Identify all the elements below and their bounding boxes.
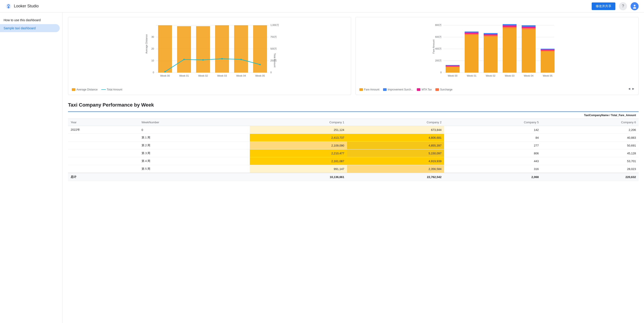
legend-label-surcharge: Surcharge — [440, 88, 452, 91]
cell-c1-5: 991,147 — [250, 165, 347, 173]
svg-text:800万: 800万 — [435, 24, 442, 26]
table-col-week: WeekNumber — [139, 119, 250, 126]
svg-text:Week 04: Week 04 — [236, 74, 246, 77]
cell-c6-2: 50,691 — [541, 142, 639, 149]
legend-mta-tax: MTA Tax — [417, 88, 432, 91]
right-bar-w0-orange — [446, 67, 460, 73]
svg-text:0: 0 — [440, 71, 442, 74]
topnav: Looker Studio 修改并共享 ? — [0, 0, 644, 12]
right-bar-w5-orange — [541, 51, 554, 73]
table-col-c1: Company 1 — [250, 119, 347, 126]
bar-week05 — [253, 25, 267, 73]
table-col-c5: Company 5 — [444, 119, 541, 126]
avatar-icon — [632, 4, 637, 9]
table-total-row: 总计 10,136,661 22,762,542 2,068 220,632 — [68, 173, 639, 181]
cell-c2-2: 4,855,397 — [347, 142, 444, 149]
right-bar-w3-salmon — [503, 27, 516, 28]
cell-c6-5: 28,023 — [541, 165, 639, 173]
right-bar-w5-blue — [541, 49, 554, 50]
svg-text:Fare Amount: Fare Amount — [432, 39, 435, 54]
legend-color-avg-distance — [72, 88, 75, 91]
legend-color-surcharge — [435, 88, 439, 91]
line-point-3 — [222, 58, 223, 59]
cell-total-c5: 2,068 — [444, 173, 541, 181]
left-chart-svg: 0 10 20 30 0 250万 500万 750万 1,000万 Avera… — [72, 21, 347, 85]
help-icon[interactable]: ? — [619, 2, 627, 10]
cell-c5-2: 277 — [444, 142, 541, 149]
cell-c2-0: 673,844 — [347, 126, 444, 134]
svg-text:10: 10 — [152, 59, 154, 62]
table-row: 2022年 0 251,124 673,844 142 2,206 — [68, 126, 639, 134]
share-button[interactable]: 修改并共享 — [592, 2, 616, 10]
legend-label-total-amount: Total Amount — [107, 88, 122, 91]
svg-text:30: 30 — [152, 35, 154, 38]
table-row: 第５周 991,147 2,356,584 316 28,023 — [68, 165, 639, 173]
cell-total-c6: 220,632 — [541, 173, 639, 181]
table-col-c6: Company 6 — [541, 119, 639, 126]
cell-week-1: 第１周 — [139, 134, 250, 142]
cell-total-c1: 10,136,661 — [250, 173, 347, 181]
right-chart-svg: 0 200万 400万 600万 800万 Fare Amount — [359, 21, 635, 85]
right-bar-w1-blue — [465, 31, 478, 33]
legend-color-mta — [417, 88, 420, 91]
line-point-0 — [164, 71, 166, 72]
sidebar-item-how-to-use[interactable]: How to use this dashboard — [0, 16, 60, 24]
table-section: Taxi Company Performance by Week TaxiCom… — [68, 102, 639, 181]
bar-week03 — [215, 25, 229, 73]
right-bar-w4-pink — [522, 26, 536, 28]
right-bar-w3-orange — [503, 28, 516, 73]
cell-c1-0: 251,124 — [250, 126, 347, 134]
table-row: 第１周 2,413,737 4,806,681 84 40,883 — [68, 134, 639, 142]
charts-row: 0 10 20 30 0 250万 500万 750万 1,000万 Avera… — [68, 17, 639, 95]
legend-label-avg-distance: Average Distance — [76, 88, 98, 91]
cell-week-5: 第５周 — [139, 165, 250, 173]
legend-label-mta: MTA Tax — [422, 88, 432, 91]
svg-text:0: 0 — [270, 71, 272, 74]
right-chart-legend: Fare Amount Improvement Surch... MTA Tax — [359, 88, 452, 91]
svg-text:200万: 200万 — [435, 59, 442, 62]
right-bar-w2-pink — [484, 34, 498, 35]
chart-nav-prev[interactable]: ◄ — [628, 87, 631, 90]
cell-year-2 — [68, 142, 139, 149]
sidebar-item-sample-taxi[interactable]: Sample taxi dashboard — [0, 24, 60, 32]
svg-text:Total Amount: Total Amount — [274, 53, 276, 67]
cell-year-4 — [68, 157, 139, 165]
legend-fare-amount: Fare Amount — [359, 88, 380, 91]
legend-surcharge: Surcharge — [435, 88, 452, 91]
svg-text:Week 01: Week 01 — [179, 74, 189, 77]
cell-c1-2: 2,109,090 — [250, 142, 347, 149]
svg-point-2 — [8, 5, 9, 6]
right-bar-w0-blue — [446, 65, 460, 66]
cell-c6-0: 2,206 — [541, 126, 639, 134]
cell-c6-4: 53,701 — [541, 157, 639, 165]
avatar[interactable] — [630, 2, 639, 10]
cell-c5-4: 443 — [444, 157, 541, 165]
table-row: 第２周 2,109,090 4,855,397 277 50,691 — [68, 142, 639, 149]
svg-text:Week 03: Week 03 — [217, 74, 227, 77]
cell-c2-1: 4,806,681 — [347, 134, 444, 142]
cell-c6-1: 40,883 — [541, 134, 639, 142]
line-point-1 — [183, 59, 185, 60]
chart-nav-next[interactable]: ► — [632, 87, 635, 90]
table-group-header-row: TaxiCompanyName / Total_Fare_Amount — [68, 112, 639, 119]
svg-text:600万: 600万 — [435, 35, 442, 38]
right-bar-w3-blue — [503, 24, 516, 25]
cell-c1-3: 2,210,477 — [250, 149, 347, 157]
legend-improvement: Improvement Surch... — [383, 88, 414, 91]
line-point-2 — [202, 59, 204, 60]
right-bar-w5-salmon — [541, 50, 554, 51]
cell-c5-3: 806 — [444, 149, 541, 157]
svg-text:Week 01: Week 01 — [467, 74, 476, 77]
sidebar-item-label: How to use this dashboard — [4, 18, 41, 22]
right-chart-container: 0 200万 400万 600万 800万 Fare Amount — [356, 17, 639, 95]
right-bar-w1-salmon — [465, 34, 478, 35]
table-row: 第４周 2,161,087 4,919,939 443 53,701 — [68, 157, 639, 165]
cell-c1-4: 2,161,087 — [250, 157, 347, 165]
cell-year-3 — [68, 149, 139, 157]
cell-year-0: 2022年 — [68, 126, 139, 134]
sidebar: How to use this dashboard Sample taxi da… — [0, 12, 62, 323]
right-bar-w0-salmon — [446, 66, 460, 67]
cell-c5-5: 316 — [444, 165, 541, 173]
table-title: Taxi Company Performance by Week — [68, 102, 639, 108]
svg-text:20: 20 — [152, 47, 154, 50]
